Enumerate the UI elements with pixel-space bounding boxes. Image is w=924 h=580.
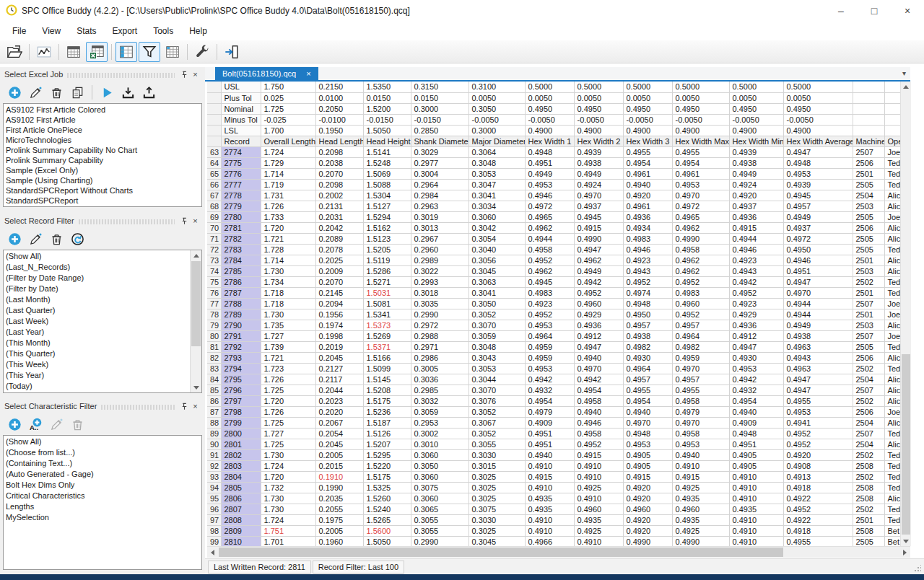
delete-icon[interactable] (49, 85, 64, 100)
value-cell[interactable]: 1.5031 (363, 287, 411, 298)
value-cell[interactable]: 1.5295 (363, 449, 411, 460)
value-cell[interactable]: 0.4925 (574, 482, 623, 493)
machine-cell[interactable]: 2501 (853, 514, 884, 525)
value-cell[interactable]: 0.4937 (574, 201, 623, 211)
list-item[interactable]: (Last Week) (6, 316, 191, 327)
record-cell[interactable]: 2797 (221, 395, 261, 406)
value-cell[interactable]: 0.4935 (729, 504, 783, 514)
value-cell[interactable]: 0.1960 (315, 536, 363, 546)
operator-cell[interactable]: Joe (884, 309, 900, 320)
value-cell[interactable]: 1.726 (261, 374, 315, 385)
value-cell[interactable]: 0.4946 (623, 244, 672, 255)
value-cell[interactable]: 0.2089 (315, 233, 363, 244)
value-cell[interactable]: 0.4938 (729, 157, 783, 168)
pin-icon[interactable] (179, 69, 190, 80)
value-cell[interactable]: 0.4952 (783, 428, 853, 439)
list-item[interactable]: (Last Year) (6, 327, 191, 338)
value-cell[interactable]: 0.2070 (315, 168, 363, 179)
menu-item-export[interactable]: Export (105, 23, 146, 39)
value-cell[interactable]: 0.4953 (672, 179, 729, 190)
value-cell[interactable]: 0.4942 (525, 374, 574, 385)
row-number-cell[interactable]: 84 (207, 374, 221, 385)
operator-cell[interactable]: Alic (884, 352, 900, 363)
value-cell[interactable]: 1.727 (261, 428, 315, 439)
value-cell[interactable]: 0.4920 (623, 493, 672, 504)
value-cell[interactable]: 0.4954 (672, 157, 729, 168)
machine-cell[interactable]: 2501 (853, 309, 884, 320)
value-cell[interactable]: 0.3029 (411, 146, 468, 157)
table-row[interactable]: 7827891.7300.19561.53410.29900.30520.495… (207, 309, 900, 320)
row-number-cell[interactable]: 89 (207, 428, 221, 439)
table-row[interactable]: 8127921.7390.20191.53710.29710.30480.495… (207, 341, 900, 352)
value-cell[interactable]: 0.3067 (468, 417, 525, 428)
value-cell[interactable]: 0.4962 (672, 222, 729, 233)
machine-cell[interactable]: 2501 (853, 168, 884, 179)
value-cell[interactable]: 0.2990 (411, 309, 468, 320)
scrollbar-thumb[interactable] (902, 354, 910, 535)
row-number-cell[interactable]: 67 (207, 190, 221, 201)
record-cell[interactable]: 2807 (221, 504, 261, 514)
value-cell[interactable]: 0.4953 (525, 320, 574, 330)
value-cell[interactable]: 0.3059 (411, 406, 468, 417)
scroll-left-icon[interactable] (207, 547, 218, 558)
value-cell[interactable]: 0.4935 (525, 493, 574, 504)
grid-columns-icon[interactable] (116, 42, 137, 62)
list-item[interactable]: AS9102 First Article (6, 115, 201, 125)
list-item[interactable]: StandardSPCReport Without Charts (6, 185, 201, 195)
value-cell[interactable]: 1.5371 (363, 341, 411, 352)
record-cell[interactable]: 2803 (221, 460, 261, 471)
value-cell[interactable]: 0.2098 (315, 179, 363, 190)
operator-cell[interactable]: Ted (884, 363, 900, 374)
value-cell[interactable]: 1.723 (261, 363, 315, 374)
value-cell[interactable]: 0.2984 (411, 190, 468, 201)
value-cell[interactable]: 1.5187 (363, 417, 411, 428)
value-cell[interactable]: 0.4942 (574, 374, 623, 385)
row-number-cell[interactable]: 73 (207, 255, 221, 265)
operator-cell[interactable]: Ted (884, 482, 900, 493)
row-number-cell[interactable]: 66 (207, 179, 221, 190)
value-cell[interactable]: 0.4990 (672, 536, 729, 546)
value-cell[interactable]: 0.4958 (525, 244, 574, 255)
column-header[interactable]: Hex Width Min (729, 136, 783, 146)
value-cell[interactable]: 0.4953 (525, 179, 574, 190)
add-icon[interactable] (7, 85, 22, 100)
operator-cell[interactable]: Ted (884, 157, 900, 168)
value-cell[interactable]: 0.4979 (672, 406, 729, 417)
table-row[interactable]: 7427851.7300.20091.52860.30220.30450.496… (207, 265, 900, 276)
value-cell[interactable]: 0.4945 (525, 276, 574, 287)
operator-cell[interactable]: Alic (884, 417, 900, 428)
value-cell[interactable]: 0.4940 (623, 179, 672, 190)
value-cell[interactable]: 1.5175 (363, 471, 411, 482)
value-cell[interactable]: 0.4948 (525, 146, 574, 157)
record-cell[interactable]: 2779 (221, 201, 261, 211)
value-cell[interactable]: 1.732 (261, 482, 315, 493)
column-header[interactable]: Overall Length (261, 136, 315, 146)
value-cell[interactable]: 0.4954 (574, 385, 623, 395)
value-cell[interactable]: 0.4954 (623, 395, 672, 406)
value-cell[interactable]: 0.2972 (411, 320, 468, 330)
value-cell[interactable]: 0.4970 (672, 363, 729, 374)
table-row[interactable]: 6827791.7260.21311.51270.29630.30340.497… (207, 201, 900, 211)
list-item[interactable]: AS9102 First Article Colored (6, 105, 201, 115)
table-row[interactable]: 8427951.7260.21171.51450.30360.30440.494… (207, 374, 900, 385)
value-cell[interactable]: 0.4970 (574, 190, 623, 201)
list-item[interactable]: (Last Month) (6, 294, 191, 305)
value-cell[interactable]: 1.718 (261, 287, 315, 298)
value-cell[interactable]: 0.3002 (411, 428, 468, 439)
machine-cell[interactable]: 2505 (853, 179, 884, 190)
record-cell[interactable]: 2788 (221, 298, 261, 309)
value-cell[interactable]: 0.3048 (468, 341, 525, 352)
value-cell[interactable]: 1.714 (261, 255, 315, 265)
value-cell[interactable]: 0.4949 (783, 320, 853, 330)
value-cell[interactable]: 0.4910 (729, 536, 783, 546)
value-cell[interactable]: 1.5271 (363, 276, 411, 287)
value-cell[interactable]: 0.4915 (525, 471, 574, 482)
value-cell[interactable]: 0.4951 (525, 439, 574, 449)
column-header[interactable]: Hex Width Average (783, 136, 853, 146)
value-cell[interactable]: 1.718 (261, 298, 315, 309)
record-cell[interactable]: 2786 (221, 276, 261, 287)
row-number-cell[interactable]: 91 (207, 449, 221, 460)
value-cell[interactable]: 0.2985 (411, 385, 468, 395)
record-cell[interactable]: 2783 (221, 244, 261, 255)
value-cell[interactable]: 0.2963 (411, 201, 468, 211)
